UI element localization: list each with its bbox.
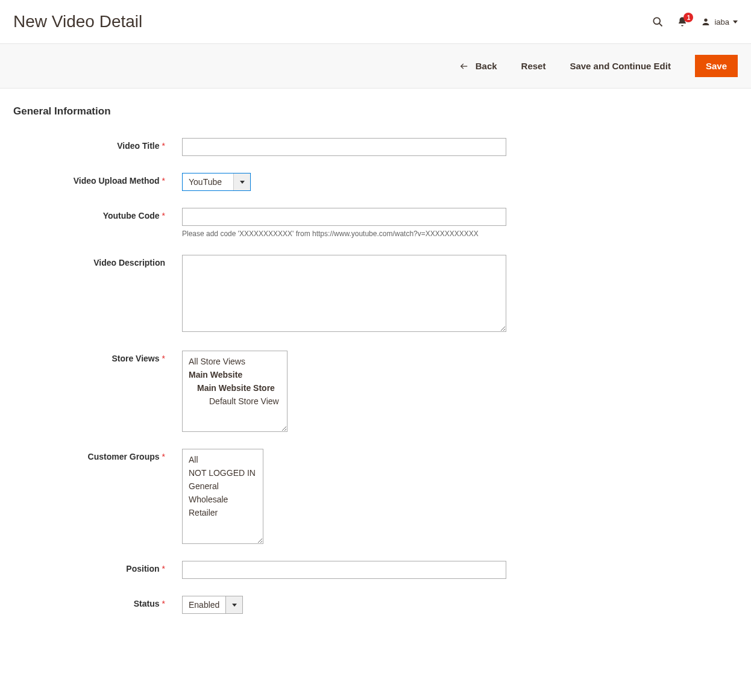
label-store-views: Store Views* [13, 351, 182, 363]
row-position: Position* [13, 561, 738, 579]
label-video-description: Video Description [13, 255, 182, 267]
back-label: Back [476, 61, 497, 71]
status-value: Enabled [183, 596, 225, 613]
save-continue-button[interactable]: Save and Continue Edit [570, 61, 671, 71]
store-view-option[interactable]: Main Website Store [183, 381, 287, 395]
label-customer-groups: Customer Groups* [13, 449, 182, 461]
notifications-button[interactable]: 1 [677, 16, 688, 27]
section-title: General Information [13, 105, 738, 117]
page-header: New Video Detail 1 iaba [0, 0, 751, 43]
search-icon[interactable] [652, 16, 664, 28]
chevron-down-icon [233, 173, 250, 190]
svg-point-0 [654, 17, 661, 24]
svg-point-2 [705, 19, 708, 22]
chevron-down-icon [225, 596, 242, 613]
youtube-code-input[interactable] [182, 208, 506, 226]
customer-group-option[interactable]: Retailer [183, 506, 263, 519]
chevron-down-icon [733, 20, 738, 23]
back-button[interactable]: Back [459, 61, 497, 71]
user-name: iaba [714, 17, 729, 27]
row-customer-groups: Customer Groups* AllNOT LOGGED INGeneral… [13, 449, 738, 544]
upload-method-value: YouTube [183, 173, 233, 190]
label-status: Status* [13, 596, 182, 608]
store-view-option[interactable]: Default Store View [183, 395, 287, 408]
reset-button[interactable]: Reset [521, 61, 546, 71]
store-views-select[interactable]: All Store ViewsMain WebsiteMain Website … [182, 351, 288, 432]
label-video-title: Video Title* [13, 138, 182, 151]
arrow-left-icon [459, 62, 470, 70]
row-store-views: Store Views* All Store ViewsMain Website… [13, 351, 738, 432]
youtube-code-hint: Please add code 'XXXXXXXXXXX' from https… [182, 230, 506, 238]
row-youtube-code: Youtube Code* Please add code 'XXXXXXXXX… [13, 208, 738, 238]
notification-badge: 1 [683, 13, 693, 22]
status-select[interactable]: Enabled [182, 596, 243, 614]
label-youtube-code: Youtube Code* [13, 208, 182, 220]
upload-method-select[interactable]: YouTube [182, 173, 251, 191]
header-actions: 1 iaba [652, 16, 738, 28]
page-title: New Video Detail [13, 12, 652, 31]
position-input[interactable] [182, 561, 506, 579]
video-title-input[interactable] [182, 138, 506, 156]
user-menu[interactable]: iaba [701, 17, 738, 27]
customer-group-option[interactable]: Wholesale [183, 493, 263, 506]
row-status: Status* Enabled [13, 596, 738, 614]
action-bar: Back Reset Save and Continue Edit Save [0, 43, 751, 89]
customer-group-option[interactable]: All [183, 453, 263, 466]
store-view-option[interactable]: Main Website [183, 368, 287, 381]
svg-line-1 [659, 23, 662, 27]
label-position: Position* [13, 561, 182, 573]
user-icon [701, 17, 711, 27]
customer-group-option[interactable]: NOT LOGGED IN [183, 466, 263, 480]
row-upload-method: Video Upload Method* YouTube [13, 173, 738, 191]
save-button[interactable]: Save [695, 55, 738, 77]
customer-groups-select[interactable]: AllNOT LOGGED INGeneralWholesaleRetailer [182, 449, 263, 544]
row-video-description: Video Description [13, 255, 738, 334]
video-description-input[interactable] [182, 255, 506, 332]
row-video-title: Video Title* [13, 138, 738, 156]
store-view-option[interactable]: All Store Views [183, 355, 287, 368]
form-area: General Information Video Title* Video U… [0, 89, 751, 648]
customer-group-option[interactable]: General [183, 480, 263, 493]
label-upload-method: Video Upload Method* [13, 173, 182, 186]
